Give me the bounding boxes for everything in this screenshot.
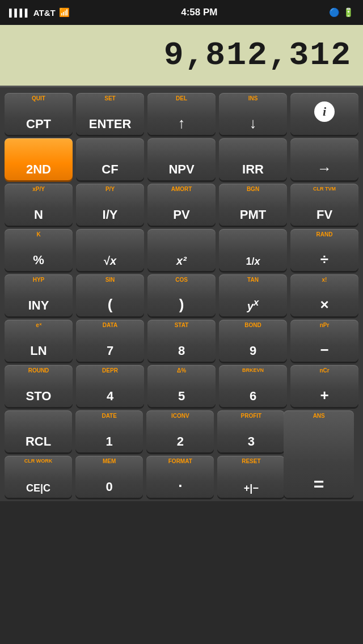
minus-label: −: [320, 342, 328, 357]
one-label: 1: [106, 435, 113, 448]
five-top-label: Δ%: [147, 368, 216, 374]
minus-top-label: nPr: [290, 323, 358, 328]
npv-label: NPV: [168, 163, 194, 176]
pv-label: PV: [173, 209, 189, 221]
two-button[interactable]: ICONV 2: [146, 410, 214, 452]
n-button[interactable]: xP/Y N: [5, 184, 73, 226]
closeparen-button[interactable]: COS ): [147, 274, 216, 316]
arrow-button[interactable]: →: [290, 138, 358, 180]
arrow-label: →: [317, 161, 332, 176]
cf-button[interactable]: CF: [76, 138, 144, 180]
enter-top-label: SET: [76, 96, 144, 101]
dot-label: ·: [178, 478, 182, 493]
two-label: 2: [177, 435, 184, 448]
six-label: 6: [250, 390, 256, 402]
iy-button[interactable]: P/Y I/Y: [76, 184, 144, 226]
del-button[interactable]: DEL ↑: [147, 93, 216, 135]
zero-button[interactable]: MEM 0: [75, 456, 143, 498]
pv-button[interactable]: AMORT PV: [147, 184, 216, 226]
button-row-2: 2ND CF NPV IRR →: [5, 138, 358, 180]
del-label: ↑: [178, 116, 185, 130]
button-row-5: HYP INY SIN ( COS ) TAN yx x! ×: [5, 274, 358, 316]
2nd-button[interactable]: 2ND: [5, 138, 73, 180]
equals-label: =: [314, 475, 324, 493]
iy-top-label: P/Y: [76, 187, 144, 192]
nine-top-label: BOND: [219, 323, 287, 328]
button-row-7: ROUND STO DEPR 4 Δ% 5 BRKEVN 6 nCr +: [5, 365, 358, 407]
irr-button[interactable]: IRR: [219, 138, 287, 180]
one-top-label: DATE: [75, 413, 143, 419]
info-button[interactable]: i: [290, 93, 358, 135]
pmt-button[interactable]: BGN PMT: [219, 184, 287, 226]
nine-button[interactable]: BOND 9: [219, 320, 287, 362]
multiply-button[interactable]: x! ×: [290, 274, 358, 316]
pct-button[interactable]: K %: [5, 229, 73, 271]
pct-top-label: K: [5, 232, 73, 238]
iny-top-label: HYP: [5, 277, 73, 283]
button-row-9: CLR WORK CE|C MEM 0 FORMAT · RESET +|−: [5, 456, 285, 498]
plusminus-button[interactable]: RESET +|−: [217, 456, 285, 498]
dot-button[interactable]: FORMAT ·: [146, 456, 214, 498]
status-right: 🔵 🔋: [329, 7, 354, 18]
cec-label: CE|C: [26, 483, 50, 493]
multiply-top-label: x!: [290, 277, 358, 283]
sq-button[interactable]: x²: [147, 229, 216, 271]
cpt-button[interactable]: QUIT CPT: [5, 93, 73, 135]
five-button[interactable]: Δ% 5: [147, 365, 216, 407]
status-left: ▌▌▌▌ AT&T 📶: [9, 7, 70, 18]
one-button[interactable]: DATE 1: [75, 410, 143, 452]
yx-top-label: TAN: [219, 277, 287, 283]
pmt-label: PMT: [240, 209, 266, 221]
2nd-label: 2ND: [26, 163, 51, 176]
pmt-top-label: BGN: [219, 187, 287, 192]
multiply-label: ×: [320, 297, 328, 312]
fv-label: FV: [316, 209, 332, 221]
irr-label: IRR: [242, 163, 264, 176]
fv-button[interactable]: CLR TVM FV: [290, 184, 358, 226]
iy-label: I/Y: [103, 209, 118, 221]
cec-button[interactable]: CLR WORK CE|C: [5, 456, 72, 498]
six-button[interactable]: BRKEVN 6: [219, 365, 287, 407]
iny-label: INY: [28, 299, 49, 312]
seven-button[interactable]: DATA 7: [76, 320, 144, 362]
cec-top-label: CLR WORK: [5, 459, 72, 464]
rcl-label: RCL: [26, 435, 51, 448]
four-button[interactable]: DEPR 4: [76, 365, 144, 407]
openparen-button[interactable]: SIN (: [76, 274, 144, 316]
del-top-label: DEL: [147, 96, 216, 101]
sto-top-label: ROUND: [5, 368, 73, 374]
display-value: 9,812,312: [164, 37, 352, 74]
n-top-label: xP/Y: [5, 187, 73, 192]
nine-label: 9: [250, 345, 256, 357]
npv-button[interactable]: NPV: [147, 138, 216, 180]
iny-button[interactable]: HYP INY: [5, 274, 73, 316]
sto-button[interactable]: ROUND STO: [5, 365, 73, 407]
ins-button[interactable]: INS ↓: [219, 93, 287, 135]
rcl-button[interactable]: RCL: [5, 410, 72, 452]
minus-button[interactable]: nPr −: [290, 320, 358, 362]
ln-button[interactable]: eˣ LN: [5, 320, 73, 362]
three-button[interactable]: PROFIT 3: [217, 410, 285, 452]
cpt-label: CPT: [26, 118, 51, 130]
div-button[interactable]: RAND ÷: [290, 229, 358, 271]
eight-button[interactable]: STAT 8: [147, 320, 216, 362]
three-label: 3: [248, 435, 255, 448]
ins-label: ↓: [250, 116, 257, 130]
pv-top-label: AMORT: [147, 187, 216, 192]
calculator-body: QUIT CPT SET ENTER DEL ↑ INS ↓ i 2ND CF …: [0, 87, 363, 501]
eight-label: 8: [178, 345, 185, 357]
equals-top-label: ANS: [284, 413, 354, 419]
sqrt-button[interactable]: √x: [76, 229, 144, 271]
plus-label: +: [320, 388, 328, 402]
button-row-6: eˣ LN DATA 7 STAT 8 BOND 9 nPr −: [5, 320, 358, 362]
equals-button[interactable]: ANS =: [284, 410, 354, 498]
enter-button[interactable]: SET ENTER: [76, 93, 144, 135]
yx-label: yx: [247, 298, 259, 312]
plus-button[interactable]: nCr +: [290, 365, 358, 407]
yx-button[interactable]: TAN yx: [219, 274, 287, 316]
bluetooth-icon: 🔵: [329, 7, 340, 18]
carrier-label: AT&T: [33, 8, 56, 18]
inv-button[interactable]: 1/x: [219, 229, 287, 271]
div-label: ÷: [320, 252, 328, 266]
closeparen-top-label: COS: [147, 277, 216, 283]
